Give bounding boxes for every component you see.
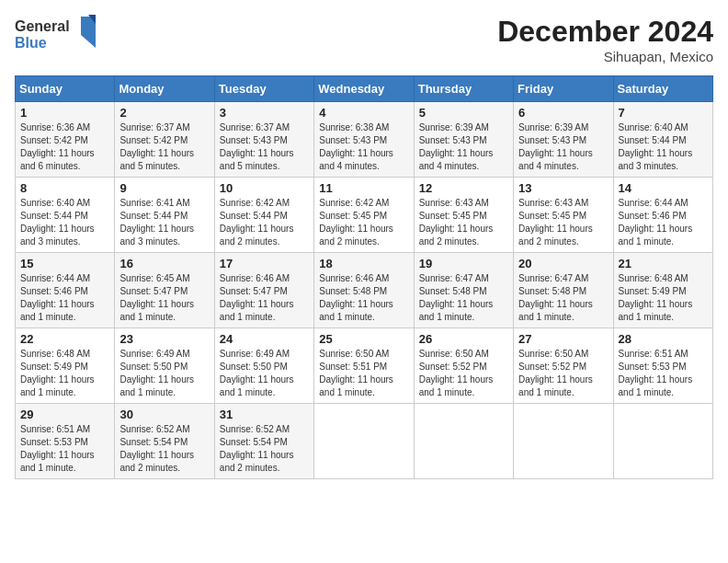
day-info: Sunrise: 6:48 AMSunset: 5:49 PMDaylight:… [619, 272, 708, 324]
day-info: Sunrise: 6:44 AMSunset: 5:46 PMDaylight:… [20, 272, 109, 324]
day-number: 6 [518, 106, 608, 120]
day-info: Sunrise: 6:50 AMSunset: 5:52 PMDaylight:… [419, 348, 508, 399]
day-number: 25 [319, 332, 408, 346]
calendar-cell: 31Sunrise: 6:52 AMSunset: 5:54 PMDayligh… [214, 404, 313, 479]
calendar-week-row: 8Sunrise: 6:40 AMSunset: 5:44 PMDaylight… [16, 178, 713, 253]
day-info: Sunrise: 6:46 AMSunset: 5:47 PMDaylight:… [220, 272, 309, 324]
calendar-cell: 4Sunrise: 6:38 AMSunset: 5:43 PMDaylight… [314, 102, 414, 178]
calendar-cell [414, 404, 513, 479]
calendar-cell: 22Sunrise: 6:48 AMSunset: 5:49 PMDayligh… [16, 328, 115, 404]
day-info: Sunrise: 6:39 AMSunset: 5:43 PMDaylight:… [518, 121, 608, 173]
calendar-cell: 26Sunrise: 6:50 AMSunset: 5:52 PMDayligh… [414, 328, 513, 404]
calendar-cell [613, 404, 712, 479]
calendar-table: SundayMondayTuesdayWednesdayThursdayFrid… [15, 75, 713, 479]
day-info: Sunrise: 6:37 AMSunset: 5:42 PMDaylight:… [119, 121, 209, 173]
day-header-thursday: Thursday [414, 76, 513, 102]
day-info: Sunrise: 6:51 AMSunset: 5:53 PMDaylight:… [619, 348, 708, 399]
month-title: December 2024 [497, 15, 713, 49]
calendar-cell: 7Sunrise: 6:40 AMSunset: 5:44 PMDaylight… [613, 102, 712, 178]
day-number: 24 [220, 332, 309, 346]
day-info: Sunrise: 6:47 AMSunset: 5:48 PMDaylight:… [518, 272, 608, 324]
calendar-cell: 16Sunrise: 6:45 AMSunset: 5:47 PMDayligh… [115, 253, 214, 328]
day-number: 19 [419, 257, 508, 270]
calendar-cell: 24Sunrise: 6:49 AMSunset: 5:50 PMDayligh… [214, 328, 313, 404]
day-info: Sunrise: 6:47 AMSunset: 5:48 PMDaylight:… [419, 272, 508, 324]
day-number: 1 [20, 106, 109, 120]
day-info: Sunrise: 6:43 AMSunset: 5:45 PMDaylight:… [419, 197, 508, 248]
day-header-wednesday: Wednesday [314, 76, 414, 102]
day-number: 8 [20, 181, 109, 195]
day-number: 20 [518, 257, 608, 270]
day-info: Sunrise: 6:52 AMSunset: 5:54 PMDaylight:… [119, 423, 209, 475]
day-header-monday: Monday [115, 76, 214, 102]
day-info: Sunrise: 6:42 AMSunset: 5:45 PMDaylight:… [319, 197, 408, 248]
logo[interactable]: GeneralBlue [15, 15, 97, 56]
calendar-cell: 8Sunrise: 6:40 AMSunset: 5:44 PMDaylight… [16, 178, 115, 253]
calendar-week-row: 15Sunrise: 6:44 AMSunset: 5:46 PMDayligh… [16, 253, 713, 328]
calendar-cell: 14Sunrise: 6:44 AMSunset: 5:46 PMDayligh… [613, 178, 712, 253]
calendar-cell: 15Sunrise: 6:44 AMSunset: 5:46 PMDayligh… [16, 253, 115, 328]
calendar-cell: 27Sunrise: 6:50 AMSunset: 5:52 PMDayligh… [514, 328, 613, 404]
day-info: Sunrise: 6:40 AMSunset: 5:44 PMDaylight:… [619, 121, 708, 173]
calendar-cell: 25Sunrise: 6:50 AMSunset: 5:51 PMDayligh… [314, 328, 414, 404]
day-header-sunday: Sunday [16, 76, 115, 102]
day-number: 4 [319, 106, 408, 120]
day-info: Sunrise: 6:40 AMSunset: 5:44 PMDaylight:… [20, 197, 109, 248]
day-info: Sunrise: 6:44 AMSunset: 5:46 PMDaylight:… [619, 197, 708, 248]
day-info: Sunrise: 6:36 AMSunset: 5:42 PMDaylight:… [20, 121, 109, 173]
day-header-saturday: Saturday [613, 76, 712, 102]
svg-text:General: General [15, 18, 70, 34]
day-number: 23 [119, 332, 209, 346]
calendar-cell: 21Sunrise: 6:48 AMSunset: 5:49 PMDayligh… [613, 253, 712, 328]
day-number: 17 [220, 257, 309, 270]
day-info: Sunrise: 6:43 AMSunset: 5:45 PMDaylight:… [518, 197, 608, 248]
calendar-cell: 30Sunrise: 6:52 AMSunset: 5:54 PMDayligh… [115, 404, 214, 479]
day-number: 7 [619, 106, 708, 120]
day-number: 13 [518, 181, 608, 195]
calendar-cell: 17Sunrise: 6:46 AMSunset: 5:47 PMDayligh… [214, 253, 313, 328]
calendar-cell: 3Sunrise: 6:37 AMSunset: 5:43 PMDaylight… [214, 102, 313, 178]
day-info: Sunrise: 6:42 AMSunset: 5:44 PMDaylight:… [220, 197, 309, 248]
calendar-cell: 6Sunrise: 6:39 AMSunset: 5:43 PMDaylight… [514, 102, 613, 178]
title-area: December 2024 Sihuapan, Mexico [497, 15, 713, 64]
svg-text:Blue: Blue [15, 35, 47, 51]
day-number: 3 [220, 106, 309, 120]
day-number: 10 [220, 181, 309, 195]
day-info: Sunrise: 6:38 AMSunset: 5:43 PMDaylight:… [319, 121, 408, 173]
calendar-cell [314, 404, 414, 479]
day-number: 5 [419, 106, 508, 120]
calendar-cell: 10Sunrise: 6:42 AMSunset: 5:44 PMDayligh… [214, 178, 313, 253]
calendar-cell [514, 404, 613, 479]
calendar-week-row: 29Sunrise: 6:51 AMSunset: 5:53 PMDayligh… [16, 404, 713, 479]
day-number: 15 [20, 257, 109, 270]
calendar-cell: 28Sunrise: 6:51 AMSunset: 5:53 PMDayligh… [613, 328, 712, 404]
day-info: Sunrise: 6:45 AMSunset: 5:47 PMDaylight:… [119, 272, 209, 324]
calendar-cell: 2Sunrise: 6:37 AMSunset: 5:42 PMDaylight… [115, 102, 214, 178]
calendar-cell: 11Sunrise: 6:42 AMSunset: 5:45 PMDayligh… [314, 178, 414, 253]
day-info: Sunrise: 6:39 AMSunset: 5:43 PMDaylight:… [419, 121, 508, 173]
day-info: Sunrise: 6:46 AMSunset: 5:48 PMDaylight:… [319, 272, 408, 324]
day-number: 2 [119, 106, 209, 120]
page-header: GeneralBlue December 2024 Sihuapan, Mexi… [15, 15, 713, 64]
day-number: 27 [518, 332, 608, 346]
calendar-cell: 20Sunrise: 6:47 AMSunset: 5:48 PMDayligh… [514, 253, 613, 328]
calendar-week-row: 1Sunrise: 6:36 AMSunset: 5:42 PMDaylight… [16, 102, 713, 178]
day-number: 30 [119, 408, 209, 421]
day-info: Sunrise: 6:48 AMSunset: 5:49 PMDaylight:… [20, 348, 109, 399]
day-number: 14 [619, 181, 708, 195]
day-number: 28 [619, 332, 708, 346]
calendar-cell: 19Sunrise: 6:47 AMSunset: 5:48 PMDayligh… [414, 253, 513, 328]
calendar-week-row: 22Sunrise: 6:48 AMSunset: 5:49 PMDayligh… [16, 328, 713, 404]
calendar-cell: 29Sunrise: 6:51 AMSunset: 5:53 PMDayligh… [16, 404, 115, 479]
day-info: Sunrise: 6:49 AMSunset: 5:50 PMDaylight:… [119, 348, 209, 399]
day-info: Sunrise: 6:41 AMSunset: 5:44 PMDaylight:… [119, 197, 209, 248]
day-info: Sunrise: 6:37 AMSunset: 5:43 PMDaylight:… [220, 121, 309, 173]
day-info: Sunrise: 6:50 AMSunset: 5:51 PMDaylight:… [319, 348, 408, 399]
day-number: 22 [20, 332, 109, 346]
calendar-cell: 12Sunrise: 6:43 AMSunset: 5:45 PMDayligh… [414, 178, 513, 253]
day-number: 12 [419, 181, 508, 195]
day-number: 18 [319, 257, 408, 270]
logo-svg: GeneralBlue [15, 15, 97, 56]
day-number: 9 [119, 181, 209, 195]
day-number: 21 [619, 257, 708, 270]
